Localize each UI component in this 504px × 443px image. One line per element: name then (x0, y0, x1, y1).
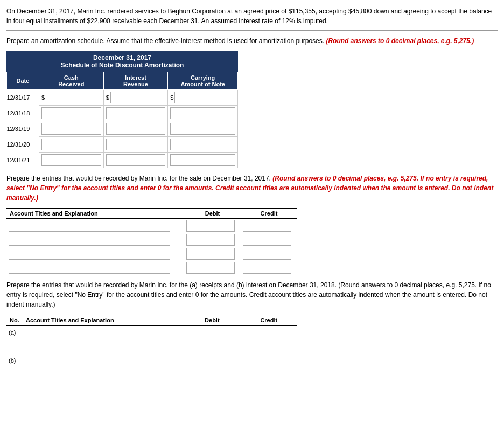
entry1-row-0 (6, 219, 297, 233)
instruction-1: Prepare an amortization schedule. Assume… (6, 36, 498, 46)
entry2-col-credit: Credit (241, 315, 297, 326)
instruction-3-plain: Prepare the entries that would be record… (6, 281, 337, 289)
col-carrying: Carrying Amount of Note (168, 72, 238, 90)
instruction-1-red: (Round answers to 0 decimal places, e.g.… (326, 37, 474, 45)
entry2-a-debit-1[interactable] (186, 341, 234, 352)
entry2-a-row-1 (6, 340, 297, 354)
entry1-debit-2[interactable] (186, 248, 235, 260)
entry2-a-label: (a) (6, 326, 23, 340)
entry1-account-3[interactable] (9, 262, 170, 274)
entry2-b-row-0: (b) (6, 354, 297, 368)
entry1-row-2 (6, 247, 297, 261)
cash-0-cell: $ (39, 90, 103, 106)
col-cash: Cash Received (39, 72, 103, 90)
amort-row-2: 12/31/19 (7, 121, 238, 137)
cash-1-cell (39, 106, 103, 121)
cash-2-input[interactable] (41, 123, 101, 135)
entry-table-2: No. Account Titles and Explanation Debit… (6, 315, 297, 382)
interest-2-input[interactable] (106, 123, 166, 135)
cash-3-cell (39, 137, 103, 153)
interest-1-cell (103, 106, 168, 121)
entry1-debit-3[interactable] (186, 262, 235, 274)
interest-3-input[interactable] (106, 139, 166, 150)
entry2-b-row-1 (6, 368, 297, 382)
intro-text: On December 31, 2017, Marin Inc. rendere… (6, 6, 498, 31)
date-2: 12/31/19 (7, 121, 39, 137)
entry2-b-account-1[interactable] (25, 369, 170, 380)
entry1-credit-1[interactable] (243, 234, 291, 246)
amort-row-0: 12/31/17 $ $ $ (7, 90, 238, 106)
entry2-a-credit-1[interactable] (243, 341, 291, 352)
amortization-table-wrapper: December 31, 2017 Schedule of Note Disco… (6, 51, 238, 168)
instruction-2-plain: Prepare the entries that would be record… (6, 175, 271, 182)
entry2-b-credit-0[interactable] (243, 355, 291, 366)
entry1-debit-1[interactable] (186, 234, 235, 246)
col-interest: Interest Revenue (103, 72, 168, 90)
entry2-a-debit-0[interactable] (186, 327, 234, 338)
cash-2-cell (39, 121, 103, 137)
amortization-table: Date Cash Received Interest Revenue Carr… (6, 72, 238, 168)
entry2-a-account-0[interactable] (25, 327, 170, 338)
interest-4-input[interactable] (106, 154, 166, 166)
cash-3-input[interactable] (41, 139, 101, 150)
carrying-0-cell: $ (168, 90, 238, 106)
amort-row-1: 12/31/18 (7, 106, 238, 121)
entry1-account-0[interactable] (9, 220, 170, 232)
cash-1-input[interactable] (41, 107, 101, 119)
entry2-col-account: Account Titles and Explanation (23, 315, 184, 326)
entry2-col-no: No. (6, 315, 23, 326)
entry1-col-credit: Credit (241, 209, 297, 219)
entry1-account-2[interactable] (9, 248, 170, 260)
cash-4-input[interactable] (41, 154, 101, 166)
amort-row-4: 12/31/21 (7, 153, 238, 168)
interest-2-cell (103, 121, 168, 137)
carrying-2-cell (168, 121, 238, 137)
interest-1-input[interactable] (106, 107, 166, 119)
entry2-a-row-0: (a) (6, 326, 297, 340)
entry2-b-debit-0[interactable] (186, 355, 234, 366)
date-0: 12/31/17 (7, 90, 39, 106)
cash-4-cell (39, 153, 103, 168)
entry1-col-account: Account Titles and Explanation (6, 209, 184, 219)
cash-0-input[interactable] (46, 92, 101, 103)
entry2-a-account-1[interactable] (25, 341, 170, 352)
entry2-b-debit-1[interactable] (186, 369, 234, 380)
interest-4-cell (103, 153, 168, 168)
date-1: 12/31/18 (7, 106, 39, 121)
entry2-b-account-0[interactable] (25, 355, 170, 366)
instruction-3: Prepare the entries that would be record… (6, 280, 498, 309)
entry1-account-1[interactable] (9, 234, 170, 246)
carrying-3-cell (168, 137, 238, 153)
carrying-2-input[interactable] (170, 123, 235, 135)
date-4: 12/31/21 (7, 153, 39, 168)
entry1-credit-2[interactable] (243, 248, 291, 260)
carrying-0-input[interactable] (174, 92, 235, 103)
instruction-2: Prepare the entries that would be record… (6, 174, 498, 203)
amort-title: December 31, 2017 Schedule of Note Disco… (6, 51, 238, 72)
entry1-row-3 (6, 261, 297, 275)
entry-table-1: Account Titles and Explanation Debit Cre… (6, 208, 297, 275)
entry2-a-credit-0[interactable] (243, 327, 291, 338)
entry1-credit-3[interactable] (243, 262, 291, 274)
entry2-b-credit-1[interactable] (243, 369, 291, 380)
entry2-b-label: (b) (6, 354, 23, 368)
entry1-debit-0[interactable] (186, 220, 235, 232)
interest-0-input[interactable] (110, 92, 166, 103)
instruction-1-plain: Prepare an amortization schedule. Assume… (6, 37, 324, 45)
entry1-row-1 (6, 233, 297, 247)
carrying-4-cell (168, 153, 238, 168)
entry2-col-debit: Debit (184, 315, 240, 326)
entry1-col-debit: Debit (184, 209, 241, 219)
carrying-1-cell (168, 106, 238, 121)
carrying-3-input[interactable] (170, 139, 235, 150)
col-date: Date (7, 72, 39, 90)
date-3: 12/31/20 (7, 137, 39, 153)
carrying-4-input[interactable] (170, 154, 235, 166)
amort-row-3: 12/31/20 (7, 137, 238, 153)
interest-0-cell: $ (103, 90, 168, 106)
entry1-credit-0[interactable] (243, 220, 291, 232)
interest-3-cell (103, 137, 168, 153)
carrying-1-input[interactable] (170, 107, 235, 119)
